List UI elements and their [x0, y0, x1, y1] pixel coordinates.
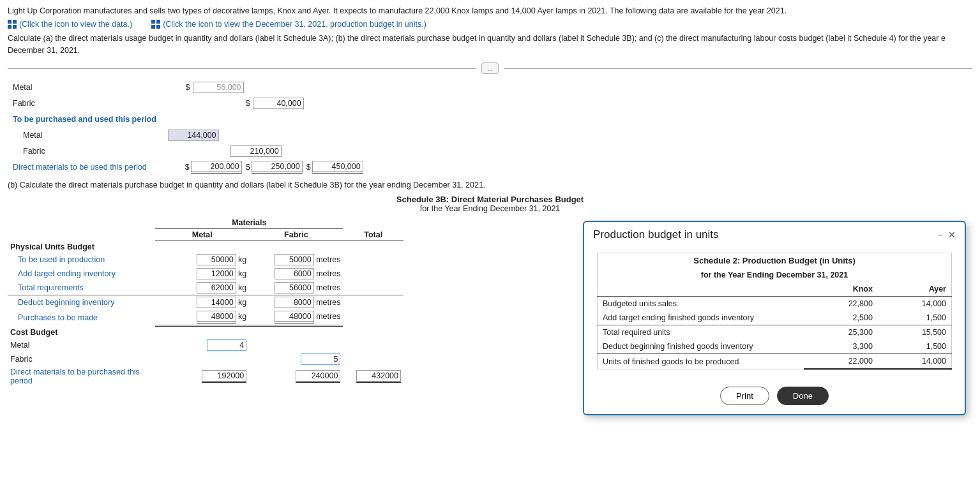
modal-minimize-button[interactable]: − [938, 230, 943, 240]
metal-cost-fabric [249, 338, 343, 352]
used-fabric: 50000 metres [249, 253, 343, 267]
modal-row-target-ending: Add target ending finished goods invento… [598, 311, 952, 325]
physical-units-header: Physical Units Budget [8, 241, 403, 253]
physical-units-label: Physical Units Budget [8, 241, 403, 253]
used-metal-val: 50000 [197, 254, 236, 265]
svg-rect-4 [151, 20, 155, 24]
divider-line-right [504, 68, 972, 69]
row-metal-upper: Metal $ 56,000 [13, 80, 972, 94]
intro-text: Light Up Corporation manufactures and se… [8, 5, 972, 17]
page-wrapper: Light Up Corporation manufactures and se… [0, 0, 980, 497]
finished-goods-knox: 22,000 [804, 354, 878, 369]
deduct-label: Deduct beginning inventory [8, 295, 155, 310]
row-purchases: Purchases to be made 48000 kg 48000 metr… [8, 309, 403, 326]
cost-budget-header: Cost Budget [8, 326, 403, 339]
year-cell: for the Year Ending December 31, 2021 [598, 268, 952, 282]
budgeted-sales-label: Budgeted units sales [598, 297, 804, 311]
metal-value: 56,000 [193, 82, 244, 93]
grid-icon-1 [8, 20, 17, 29]
cost-budget-label: Cost Budget [8, 326, 403, 339]
svg-rect-0 [8, 20, 11, 24]
dm-val3: 450,000 [312, 161, 363, 174]
total-req-fabric-val: 56000 [275, 282, 314, 293]
finished-goods-label: Units of finished goods to be produced [598, 354, 804, 369]
row-fabric-upper: Fabric $ 40,000 [13, 96, 972, 110]
dm-dollar1: $ [185, 163, 190, 172]
total-req-label: Total requirements [8, 281, 155, 295]
modal-deduct-label: Deduct beginning finished goods inventor… [598, 339, 804, 354]
metal-indent-value: 144,000 [168, 130, 219, 141]
svg-rect-7 [156, 25, 160, 29]
fabric-value: 40,000 [253, 98, 304, 109]
metal-dollar-prefix: $ [186, 83, 190, 92]
svg-rect-6 [151, 25, 155, 29]
svg-rect-5 [156, 20, 160, 24]
dm-purchased-metal-val: 192000 [202, 370, 246, 383]
icon-links: (Click the icon to view the data.) (Clic… [8, 20, 972, 29]
modal-row-deduct-beginning: Deduct beginning finished goods inventor… [598, 339, 952, 354]
purchases-metal-val: 48000 [197, 311, 236, 323]
target-metal: 12000 kg [155, 267, 249, 281]
purchases-label: Purchases to be made [8, 309, 155, 326]
target-metal-val: 12000 [197, 268, 236, 279]
modal-close-button[interactable]: ✕ [948, 230, 956, 240]
print-button[interactable]: Print [720, 387, 769, 405]
done-button[interactable]: Done [777, 387, 829, 405]
deduct-metal-unit: kg [238, 298, 246, 307]
year-row: for the Year Ending December 31, 2021 [598, 268, 952, 282]
budgeted-sales-knox: 22,800 [804, 297, 878, 311]
link1-label: (Click the icon to view the data.) [19, 20, 132, 29]
icon-link-data[interactable]: (Click the icon to view the data.) [8, 20, 132, 29]
ayer-col-header: Ayer [878, 282, 952, 297]
modal-controls: − ✕ [938, 230, 956, 240]
used-total [343, 253, 403, 267]
used-label: To be used in production [8, 253, 155, 267]
deduct-fabric: 8000 metres [249, 295, 343, 310]
row-total-req: Total requirements 62000 kg 56000 metres [8, 281, 403, 295]
dm-dollar2: $ [246, 163, 250, 172]
svg-rect-3 [13, 25, 17, 29]
schedule-title-row: Schedule 2: Production Budget (in Units) [598, 253, 952, 269]
materials-header: Materials [155, 217, 343, 229]
fabric-label: Fabric [13, 99, 35, 108]
row-direct-materials: Direct materials to be used this period … [13, 160, 972, 174]
production-budget-table: Schedule 2: Production Budget (in Units)… [597, 253, 952, 370]
fabric-cost-metal [155, 352, 249, 366]
link2-label: (Click the icon to view the December 31,… [163, 20, 426, 29]
deduct-fabric-val: 8000 [275, 297, 314, 308]
knox-col-header: Knox [804, 282, 878, 297]
row-dm-purchased: Direct materials to be purchased this pe… [8, 366, 403, 387]
total-required-knox: 25,300 [804, 325, 878, 340]
target-label: Add target ending inventory [8, 267, 155, 281]
purchased-header-label: To be purchased and used this period [13, 115, 156, 124]
upper-rows: Metal $ 56,000 Fabric $ 40,000 To be pur… [8, 80, 972, 174]
empty-col-header [598, 282, 804, 297]
divider-button[interactable]: ... [481, 63, 499, 74]
budgeted-sales-ayer: 14,000 [878, 297, 952, 311]
col-header-row: Knox Ayer [598, 282, 952, 297]
part-b-intro: (b) Calculate the direct materials purch… [8, 181, 972, 189]
total-req-metal-val: 62000 [197, 282, 236, 293]
metal-cost-total [343, 338, 403, 352]
modal-footer: Print Done [584, 380, 965, 414]
total-req-metal-unit: kg [238, 283, 246, 292]
deduct-metal-val: 14000 [197, 297, 236, 308]
total-req-total [343, 281, 403, 295]
icon-link-production[interactable]: (Click the icon to view the December 31,… [151, 20, 426, 29]
fabric-indent-value: 210,000 [230, 145, 282, 157]
modal-deduct-ayer: 1,500 [878, 339, 952, 354]
row-metal-indent: Metal 144,000 [13, 128, 972, 142]
modal-body: Schedule 2: Production Budget (in Units)… [584, 246, 965, 380]
dm-purchased-total: 432000 [343, 366, 403, 387]
used-fabric-unit: metres [316, 255, 340, 264]
production-budget-modal: Production budget in units − ✕ Schedule … [583, 221, 966, 415]
dm-purchased-total-val: 432000 [356, 370, 401, 383]
dm-purchased-metal: 192000 [155, 366, 249, 387]
schedule-3b-title: Schedule 3B: Direct Material Purchases B… [8, 195, 972, 204]
metal-cost-metal: 4 [155, 338, 249, 352]
col-subheader-row: Metal Fabric Total [8, 229, 403, 241]
main-content: Metal $ 56,000 Fabric $ 40,000 To be pur… [8, 80, 972, 387]
col-total-header: Total [343, 229, 403, 241]
target-ending-knox: 2,500 [804, 311, 878, 325]
divider: ... [8, 63, 972, 74]
